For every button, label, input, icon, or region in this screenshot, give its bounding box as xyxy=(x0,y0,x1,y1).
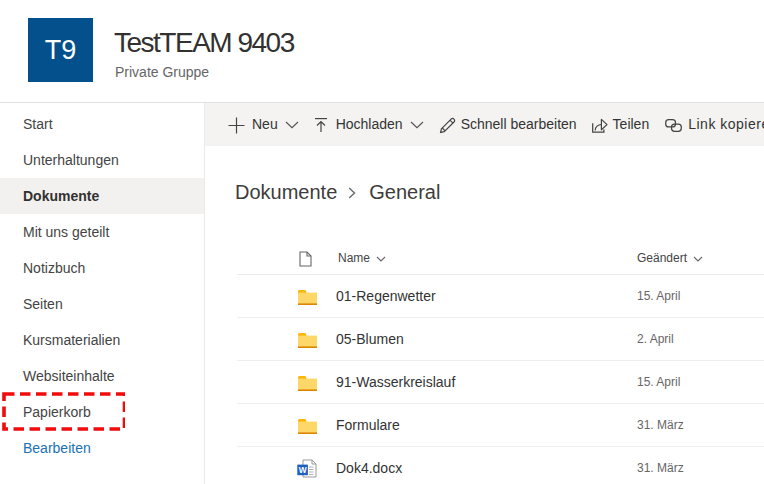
svg-text:W: W xyxy=(299,465,307,475)
